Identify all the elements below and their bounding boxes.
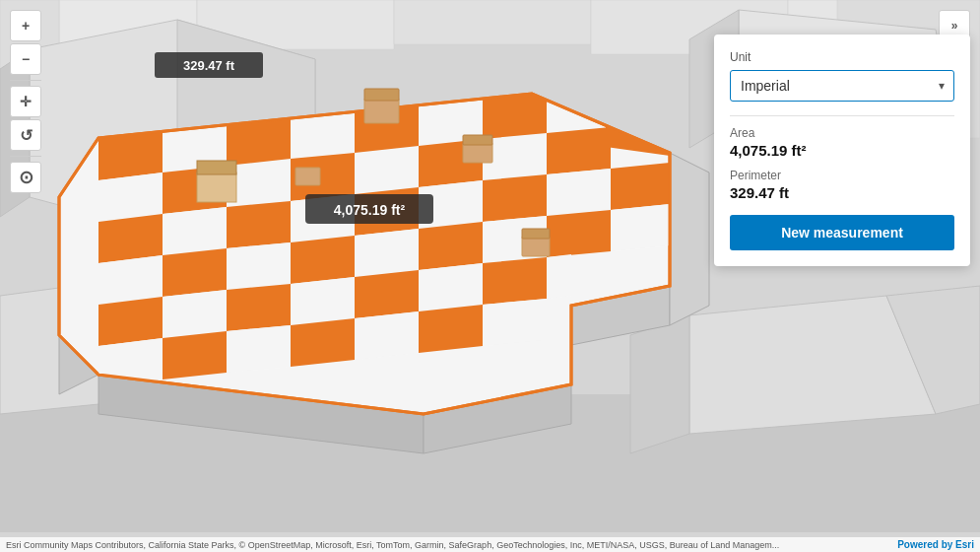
svg-marker-48 [291, 236, 355, 284]
svg-marker-42 [483, 174, 547, 222]
svg-marker-53 [611, 204, 670, 251]
map-container: 4,075.19 ft² 329.47 ft + − ✛ ↺ ⊙ » Unit … [0, 0, 980, 552]
zoom-in-button[interactable]: + [10, 10, 41, 41]
svg-rect-75 [522, 237, 550, 256]
area-value: 4,075.19 ft² [730, 142, 954, 159]
svg-marker-60 [483, 257, 547, 305]
zoom-out-button[interactable]: − [10, 43, 41, 75]
svg-marker-44 [611, 163, 670, 210]
perimeter-label: Perimeter [730, 169, 954, 182]
powered-by-esri[interactable]: Powered by Esri [897, 539, 974, 550]
svg-rect-76 [522, 229, 550, 239]
attribution-text: Esri Community Maps Contributors, Califo… [6, 540, 779, 550]
svg-text:4,075.19 ft²: 4,075.19 ft² [334, 202, 406, 218]
svg-marker-59 [419, 263, 483, 311]
svg-marker-49 [355, 229, 419, 277]
svg-rect-78 [197, 161, 236, 174]
new-measurement-button[interactable]: New measurement [730, 215, 954, 250]
svg-marker-54 [98, 297, 163, 346]
rotate-button[interactable]: ↺ [10, 119, 41, 151]
svg-marker-37 [163, 207, 227, 255]
svg-marker-68 [483, 299, 547, 346]
compass-button[interactable]: ⊙ [10, 162, 41, 193]
unit-select-wrapper: Imperial Metric ▾ [730, 70, 954, 102]
svg-marker-45 [98, 255, 163, 305]
svg-marker-38 [227, 201, 291, 248]
svg-marker-61 [547, 254, 571, 299]
svg-rect-74 [295, 168, 320, 185]
svg-marker-67 [419, 305, 483, 353]
svg-marker-63 [163, 331, 227, 380]
svg-marker-64 [227, 325, 291, 373]
panel-divider-1 [730, 115, 954, 116]
svg-marker-66 [355, 311, 419, 360]
svg-marker-57 [291, 277, 355, 325]
svg-rect-77 [197, 172, 236, 202]
pan-button[interactable]: ✛ [10, 86, 41, 117]
unit-select[interactable]: Imperial Metric [730, 70, 954, 102]
measurement-panel: Unit Imperial Metric ▾ Area 4,075.19 ft²… [714, 34, 970, 266]
svg-marker-43 [547, 169, 611, 216]
svg-marker-46 [163, 248, 227, 297]
svg-marker-55 [163, 290, 227, 338]
svg-rect-70 [364, 99, 399, 123]
svg-rect-72 [463, 143, 492, 163]
unit-label: Unit [730, 50, 954, 64]
svg-marker-58 [355, 270, 419, 318]
svg-marker-34 [547, 127, 611, 174]
svg-marker-47 [227, 242, 291, 290]
svg-marker-24 [670, 153, 709, 325]
svg-marker-50 [419, 222, 483, 270]
svg-rect-73 [463, 135, 492, 145]
svg-marker-15 [630, 315, 689, 453]
svg-marker-35 [98, 172, 163, 222]
perimeter-value: 329.47 ft [730, 184, 954, 201]
svg-marker-36 [98, 214, 163, 263]
svg-marker-3 [394, 0, 591, 44]
attribution-bar: Esri Community Maps Contributors, Califo… [0, 537, 980, 552]
svg-marker-52 [547, 210, 611, 257]
svg-marker-65 [291, 318, 355, 367]
area-label: Area [730, 126, 954, 140]
svg-marker-56 [227, 284, 291, 331]
left-toolbar: + − ✛ ↺ ⊙ [10, 10, 41, 193]
svg-text:329.47 ft: 329.47 ft [183, 58, 235, 73]
svg-rect-71 [364, 89, 399, 101]
